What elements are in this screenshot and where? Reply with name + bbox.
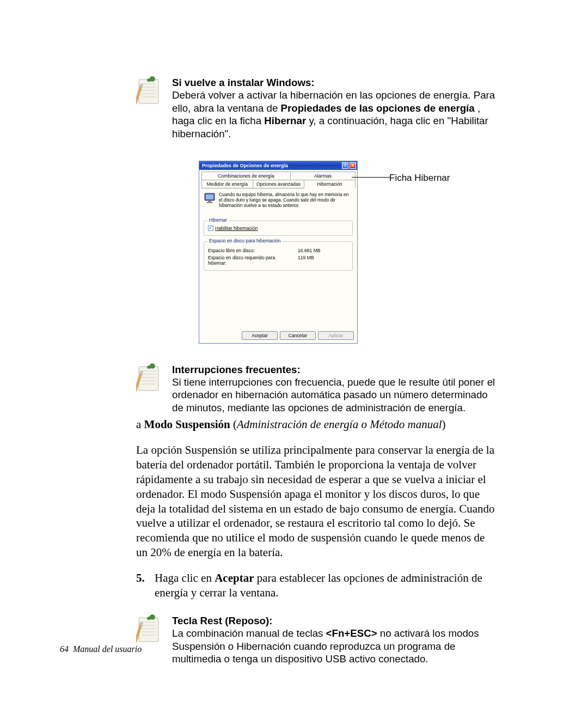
- step-5: 5. Haga clic en Aceptar para establecer …: [136, 571, 495, 600]
- group-hibernar: Hibernar ✓ Habilitar hibernación: [204, 221, 353, 236]
- close-button[interactable]: X: [350, 162, 356, 169]
- xp-description: Cuando su equipo hiberna, almacena lo qu…: [204, 192, 353, 209]
- power-options-screenshot: Propiedades de Opciones de energía ? X C…: [199, 161, 455, 344]
- note-icon: [136, 363, 162, 394]
- note-text: Si vuelve a instalar Windows: Deberá vol…: [172, 76, 495, 140]
- tab-alarmas[interactable]: Alarmas: [290, 172, 356, 180]
- free-space-value: 16.681 MB: [298, 248, 321, 253]
- svg-rect-9: [206, 194, 213, 199]
- note-heading: Tecla Rest (Reposo):: [172, 615, 272, 626]
- svg-rect-20: [139, 618, 158, 642]
- note-tecla-rest: Tecla Rest (Reposo): La combinación manu…: [136, 614, 495, 666]
- required-space-label: Espacio en disco requerido para hibernar…: [208, 255, 292, 266]
- svg-rect-12: [139, 367, 158, 391]
- tab-medidor[interactable]: Medidor de energía: [201, 180, 253, 188]
- tab-combinaciones[interactable]: Combinaciones de energía: [201, 172, 291, 180]
- svg-rect-0: [139, 80, 158, 103]
- note-interrupciones: Interrupciones frecuentes: Si tiene inte…: [136, 363, 495, 415]
- cancel-button[interactable]: Cancelar: [280, 331, 316, 340]
- section-body: La opción Suspensión se utiliza principa…: [136, 443, 495, 560]
- callout-line: [352, 177, 390, 178]
- note-reinstall-windows: Si vuelve a instalar Windows: Deberá vol…: [136, 76, 495, 140]
- ok-button[interactable]: Aceptar: [242, 331, 278, 340]
- svg-rect-11: [206, 202, 213, 203]
- tab-hibernacion[interactable]: Hibernación: [304, 180, 356, 188]
- apply-button[interactable]: Aplicar: [318, 331, 354, 340]
- checkbox-habilitar-hibernacion[interactable]: ✓: [208, 226, 213, 231]
- page-footer: 64 Manual del usuario: [60, 644, 142, 654]
- note-text: Tecla Rest (Reposo): La combinación manu…: [172, 614, 495, 666]
- xp-dialog: Propiedades de Opciones de energía ? X C…: [199, 161, 358, 344]
- note-icon: [136, 76, 162, 107]
- callout-label: Ficha Hibernar: [389, 173, 450, 184]
- checkbox-label: Habilitar hibernación: [215, 226, 258, 231]
- monitor-icon: [204, 192, 216, 204]
- modo-suspension-section: a Modo Suspensión (Administración de ene…: [136, 417, 495, 600]
- note-heading: Interrupciones frecuentes:: [172, 364, 301, 375]
- help-button[interactable]: ?: [342, 162, 348, 169]
- xp-title: Propiedades de Opciones de energía: [202, 163, 341, 168]
- xp-tabs: Combinaciones de energía Alarmas Medidor…: [199, 170, 357, 188]
- note-heading: Si vuelve a instalar Windows:: [172, 77, 315, 88]
- group-espacio-disco: Espacio en disco para hibernación Espaci…: [204, 241, 353, 271]
- svg-rect-10: [208, 200, 211, 202]
- xp-titlebar: Propiedades de Opciones de energía ? X: [199, 161, 357, 170]
- required-space-value: 119 MB: [298, 255, 314, 266]
- tab-opciones-avanzadas[interactable]: Opciones avanzadas: [253, 180, 304, 188]
- note-icon: [136, 614, 162, 645]
- note-text: Interrupciones frecuentes: Si tiene inte…: [172, 363, 495, 415]
- free-space-label: Espacio libre en disco:: [208, 248, 292, 253]
- section-heading: a Modo Suspensión (Administración de ene…: [136, 417, 495, 432]
